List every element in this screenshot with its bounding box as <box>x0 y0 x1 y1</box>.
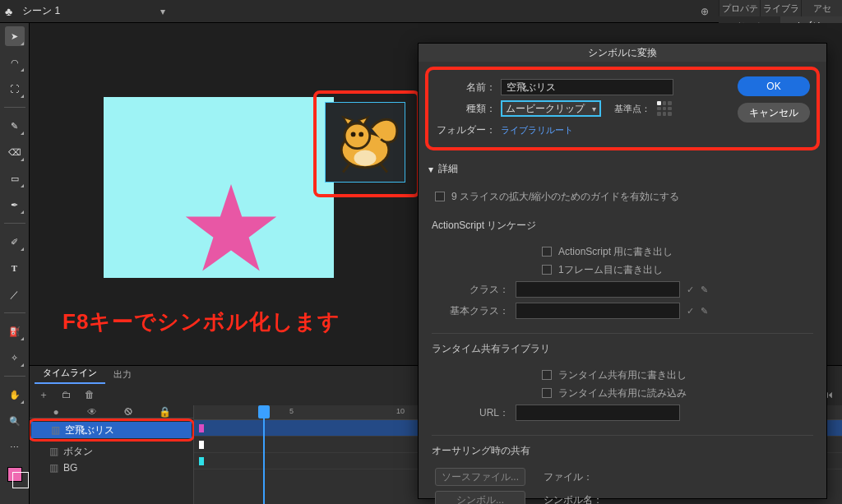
check-icon[interactable]: ✓ <box>687 306 694 317</box>
symbol-preview[interactable] <box>325 102 405 183</box>
text-tool[interactable]: T <box>5 258 25 278</box>
as-export-checkbox[interactable] <box>542 247 552 257</box>
add-folder-icon[interactable]: 🗀 <box>59 389 74 400</box>
registration-label: 基準点： <box>614 103 650 115</box>
eraser-tool[interactable]: ⌫ <box>5 142 25 162</box>
as-linkage-heading: ActionScript リンケージ <box>419 214 826 238</box>
visibility-toggle-icon[interactable]: 👁 <box>86 406 99 418</box>
selection-highlight <box>313 90 420 197</box>
add-layer-icon[interactable]: ＋ <box>36 388 51 402</box>
nine-slice-label: 9 スライスの拡大/縮小のためのガイドを有効にする <box>451 190 679 204</box>
layer-icon: ▥ <box>49 462 58 474</box>
tab-library[interactable]: ライブラリ <box>760 0 801 16</box>
symbol-name-label: シンボル名： <box>544 493 810 505</box>
lock-toggle-icon[interactable]: 🔒 <box>158 406 171 418</box>
svg-point-2 <box>345 123 370 149</box>
svg-point-4 <box>359 132 363 137</box>
keyframe[interactable] <box>199 457 204 465</box>
edit-icon[interactable]: ✎ <box>701 284 708 295</box>
folder-link[interactable]: ライブラリルート <box>501 124 573 136</box>
name-label: 名前： <box>437 81 496 95</box>
zoom-tool[interactable]: 🔍 <box>5 411 25 431</box>
color-swatch[interactable] <box>7 467 22 482</box>
pen-tool[interactable]: ✒ <box>5 195 25 215</box>
type-select[interactable]: ムービークリップ <box>501 100 601 117</box>
source-file-button[interactable]: ソースファイル... <box>435 468 525 486</box>
registration-grid[interactable] <box>655 99 673 118</box>
layer-name: BG <box>63 462 77 474</box>
class-input[interactable] <box>516 281 680 298</box>
rt-export-checkbox[interactable] <box>542 370 552 380</box>
line-tool[interactable]: ／ <box>5 284 25 304</box>
svg-point-5 <box>354 150 377 166</box>
file-label: ファイル： <box>544 470 810 484</box>
highlight-toggle-icon[interactable]: ● <box>49 406 62 418</box>
playhead[interactable] <box>258 405 270 504</box>
layer-name: ボタン <box>63 445 93 459</box>
rt-import-checkbox[interactable] <box>542 388 552 398</box>
symbol-button[interactable]: シンボル... <box>435 491 525 504</box>
edit-icon[interactable]: ✎ <box>701 306 708 317</box>
tab-output[interactable]: 出力 <box>105 365 140 384</box>
tab-timeline[interactable]: タイムライン <box>35 363 105 384</box>
authoring-heading: オーサリング時の共有 <box>419 439 826 463</box>
layer-icon: ▥ <box>49 446 58 457</box>
paint-bucket-tool[interactable]: ⛽ <box>5 321 25 341</box>
selection-tool[interactable]: ➤ <box>5 26 25 46</box>
scene-name[interactable] <box>19 3 149 20</box>
layer-row[interactable]: ▥空飛ぶリス <box>31 422 192 438</box>
more-tools[interactable]: ⋯ <box>5 437 25 457</box>
right-panel-tabs: プロパティ ライブラリ アセ <box>719 0 842 16</box>
fit-stage-icon[interactable]: ⊕ <box>697 6 712 17</box>
stage[interactable] <box>104 97 334 278</box>
advanced-label: 詳細 <box>438 162 458 176</box>
layer-row[interactable]: ▥ボタン <box>30 443 193 460</box>
base-class-input[interactable] <box>516 303 680 319</box>
camera-tool[interactable]: ✧ <box>5 348 25 368</box>
ok-button[interactable]: OK <box>738 76 810 96</box>
lasso-tool[interactable]: ◠ <box>5 53 25 72</box>
check-icon[interactable]: ✓ <box>687 284 694 295</box>
advanced-toggle[interactable]: ▾ 詳細 <box>419 155 826 183</box>
name-input[interactable] <box>501 79 673 95</box>
layer-name: 空飛ぶリス <box>65 423 114 437</box>
nine-slice-checkbox[interactable] <box>435 192 445 201</box>
home-icon[interactable]: ♣ <box>5 5 12 18</box>
outline-toggle-icon[interactable]: 🛇 <box>122 406 135 418</box>
url-label: URL： <box>435 406 509 420</box>
rt-import-label: ランタイム共有用に読み込み <box>558 386 687 400</box>
as-export-label: ActionScript 用に書き出し <box>558 245 673 259</box>
hand-tool[interactable]: ✋ <box>5 385 25 405</box>
cancel-button[interactable]: キャンセル <box>738 103 810 123</box>
layer-highlight: ▥空飛ぶリス <box>30 418 195 442</box>
chevron-down-icon: ▾ <box>428 164 433 175</box>
url-input[interactable] <box>516 405 680 421</box>
delete-layer-icon[interactable]: 🗑 <box>82 389 97 400</box>
eyedropper-tool[interactable]: ✐ <box>5 232 25 252</box>
rt-export-label: ランタイム共有用に書き出し <box>558 368 687 382</box>
svg-point-3 <box>351 132 356 137</box>
dialog-title: シンボルに変換 <box>419 44 826 62</box>
sep <box>4 376 25 377</box>
keyframe[interactable] <box>199 441 204 449</box>
base-class-label: 基本クラス： <box>435 304 509 318</box>
as-frame1-checkbox[interactable] <box>542 265 552 275</box>
scene-chevron-icon[interactable]: ▾ <box>155 6 170 17</box>
tools-panel: ➤ ◠ ⛶ ✎ ⌫ ▭ ✒ ✐ T ／ ⛽ ✧ ✋ 🔍 ⋯ <box>0 23 30 504</box>
layer-row[interactable]: ▥BG <box>30 460 193 476</box>
brush-tool[interactable]: ✎ <box>5 116 25 136</box>
dialog-top-highlight: OK キャンセル 名前： 種類： ムービークリップ 基準点： フォルダー： ライ… <box>425 67 820 150</box>
as-frame1-label: 1フレーム目に書き出し <box>558 263 663 277</box>
convert-to-symbol-dialog: シンボルに変換 OK キャンセル 名前： 種類： ムービークリップ 基準点： フ… <box>418 43 827 499</box>
keyframe[interactable] <box>199 424 204 432</box>
rectangle-tool[interactable]: ▭ <box>5 169 25 188</box>
ruler-tick: 10 <box>396 407 405 415</box>
folder-label: フォルダー： <box>437 123 496 137</box>
tab-properties[interactable]: プロパティ <box>719 0 760 16</box>
runtime-share-heading: ランタイム共有ライブラリ <box>419 337 826 361</box>
class-label: クラス： <box>435 283 509 297</box>
type-label: 種類： <box>437 102 496 116</box>
sep <box>4 223 25 224</box>
tab-assets[interactable]: アセ <box>801 0 842 16</box>
free-transform-tool[interactable]: ⛶ <box>5 79 25 99</box>
